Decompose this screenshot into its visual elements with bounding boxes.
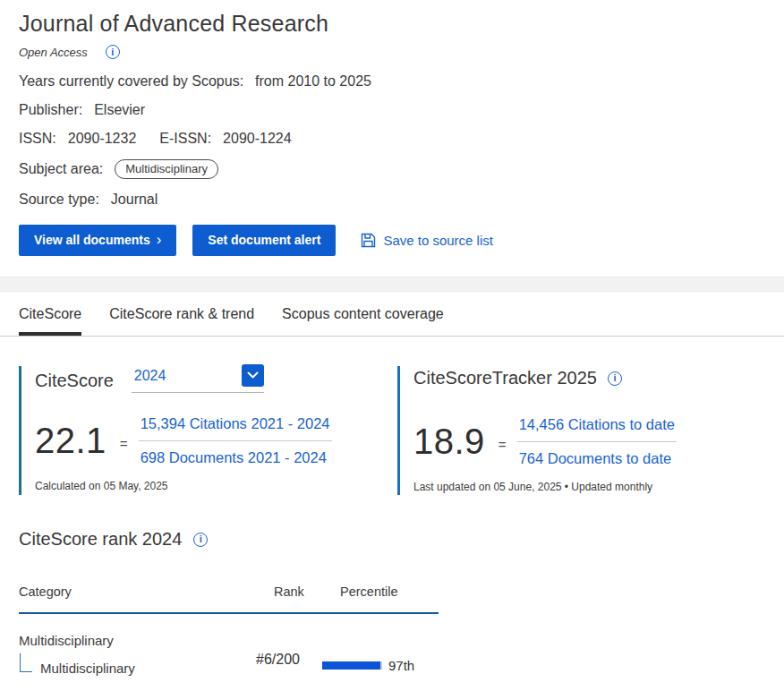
tracker-panel: CiteScoreTracker 2025 i 18.9 = 14,456 Ci… <box>397 366 764 495</box>
tracker-caption: Last updated on 05 June, 2025 • Updated … <box>413 481 764 493</box>
column-header-rank: Rank <box>274 584 326 599</box>
save-to-source-list-link[interactable]: Save to source list <box>361 233 493 248</box>
citescore-year-dropdown[interactable]: 2024 <box>132 368 264 393</box>
tree-branch-icon <box>20 653 32 672</box>
citescore-panel: CiteScore 2024 22.1 = 15,394 Citations 2… <box>19 366 381 495</box>
issn-value: 2090-1232 <box>68 131 137 147</box>
subcategory-label: Multidisciplinary <box>40 661 135 676</box>
section-divider <box>0 277 784 292</box>
source-type-value: Journal <box>111 192 158 208</box>
tracker-citations-link[interactable]: 14,456 Citations to date <box>517 416 677 441</box>
percentile-value: 97th <box>388 658 414 673</box>
tab-bar: CiteScore CiteScore rank & trend Scopus … <box>0 292 784 337</box>
save-to-source-list-label: Save to source list <box>383 233 493 248</box>
rank-heading: CiteScore rank 2024 <box>19 529 182 550</box>
save-icon <box>361 233 376 248</box>
column-header-percentile: Percentile <box>340 584 439 599</box>
tracker-heading: CiteScoreTracker 2025 <box>413 368 597 388</box>
rank-table-header: Category Rank Percentile <box>19 584 439 614</box>
tracker-fraction: 14,456 Citations to date 764 Documents t… <box>517 416 677 467</box>
percentile-bar <box>322 661 382 670</box>
chevron-right-icon: › <box>157 235 162 245</box>
documents-link[interactable]: 698 Documents 2021 - 2024 <box>139 441 332 466</box>
column-header-category: Category <box>19 584 274 599</box>
view-all-documents-label: View all documents <box>34 233 150 247</box>
tab-scopus-content-coverage[interactable]: Scopus content coverage <box>282 306 444 336</box>
issn-label: ISSN: <box>19 131 56 147</box>
citescore-year-selected: 2024 <box>134 368 166 383</box>
table-row: Multidisciplinary Multidisciplinary #6/2… <box>19 614 439 676</box>
category-group: Multidisciplinary <box>19 633 256 648</box>
source-header: Journal of Advanced Research Open Access… <box>0 0 784 277</box>
subject-area-label: Subject area: <box>19 161 103 177</box>
year-dropdown-button[interactable] <box>242 364 264 387</box>
tracker-value: 18.9 <box>413 422 485 462</box>
citescore-fraction: 15,394 Citations 2021 - 2024 698 Documen… <box>139 415 332 466</box>
rank-info-icon[interactable]: i <box>193 533 208 547</box>
tracker-documents-link[interactable]: 764 Documents to date <box>517 442 677 467</box>
page-title: Journal of Advanced Research <box>19 11 765 37</box>
citescore-heading: CiteScore <box>35 371 114 391</box>
tab-citescore-rank-trend[interactable]: CiteScore rank & trend <box>109 306 254 336</box>
open-access-label: Open Access <box>19 46 88 59</box>
rank-table: Category Rank Percentile Multidisciplina… <box>19 584 439 676</box>
view-all-documents-button[interactable]: View all documents › <box>19 225 176 256</box>
citescore-caption: Calculated on 05 May, 2025 <box>35 480 381 492</box>
percentile-bar-fill <box>322 661 380 670</box>
citescore-rank-section: CiteScore rank 2024 i Category Rank Perc… <box>19 529 784 676</box>
publisher-label: Publisher: <box>19 102 82 118</box>
tracker-info-icon[interactable]: i <box>608 371 622 386</box>
publisher-value: Elsevier <box>94 102 145 118</box>
rank-value: #6/200 <box>256 633 322 676</box>
citations-link[interactable]: 15,394 Citations 2021 - 2024 <box>139 415 332 440</box>
source-type-label: Source type: <box>19 192 99 208</box>
set-document-alert-button[interactable]: Set document alert <box>192 225 336 256</box>
tab-citescore[interactable]: CiteScore <box>19 306 81 336</box>
eissn-label: E-ISSN: <box>159 131 211 147</box>
chevron-down-icon <box>247 371 259 380</box>
eissn-value: 2090-1224 <box>223 131 292 147</box>
citescore-value: 22.1 <box>35 421 107 461</box>
equals-sign: = <box>499 437 507 452</box>
equals-sign: = <box>120 436 128 451</box>
set-document-alert-label: Set document alert <box>208 233 320 247</box>
subject-area-pill[interactable]: Multidisciplinary <box>115 159 218 179</box>
years-covered-value: from 2010 to 2025 <box>255 73 371 90</box>
years-covered-label: Years currently covered by Scopus: <box>19 73 243 90</box>
open-access-info-icon[interactable]: i <box>106 45 120 59</box>
